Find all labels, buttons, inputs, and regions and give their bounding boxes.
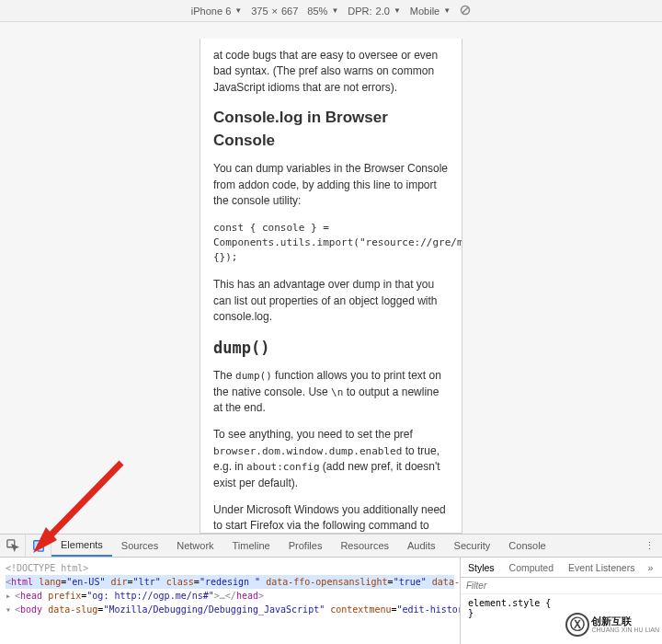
device-name: iPhone 6 — [191, 6, 231, 17]
tab-sources[interactable]: Sources — [112, 535, 167, 557]
dimension-x: × — [272, 6, 278, 17]
responsive-viewport: at code bugs that are easy to oversee or… — [0, 22, 662, 534]
tab-profiles[interactable]: Profiles — [280, 535, 332, 557]
elements-panel[interactable]: <!DOCTYPE html> <html lang="en-US" dir="… — [0, 558, 460, 644]
dpr-value: 2.0 — [376, 6, 390, 17]
device-selector[interactable]: iPhone 6 ▼ — [191, 6, 242, 17]
styles-tabs: Styles Computed Event Listeners » — [461, 558, 662, 578]
tab-timeline[interactable]: Timeline — [223, 535, 280, 557]
device-width[interactable]: 375 — [251, 6, 268, 17]
more-tabs-icon[interactable]: ⋮ — [645, 540, 655, 552]
no-throttling-icon[interactable] — [460, 5, 471, 17]
dpr-selector[interactable]: DPR: 2.0 ▼ — [348, 6, 401, 17]
chevron-down-icon: ▼ — [443, 6, 451, 15]
dom-node-body[interactable]: ▾<body data-slug="Mozilla/Debugging/Debu… — [6, 603, 454, 616]
device-toolbar: iPhone 6 ▼ 375 × 667 85% ▼ DPR: 2.0 ▼ Mo… — [0, 0, 662, 22]
svg-rect-6 — [38, 544, 43, 551]
device-frame[interactable]: at code bugs that are easy to oversee or… — [200, 39, 462, 534]
watermark: Ⓧ 创新互联 CHUANG XIN HU LIAN — [565, 613, 659, 637]
styles-filter-input[interactable] — [461, 578, 662, 593]
paragraph: This has an advantage over dump in that … — [213, 277, 449, 325]
devtools-tabs: Elements Sources Network Timeline Profil… — [51, 535, 555, 557]
tab-elements[interactable]: Elements — [51, 535, 112, 557]
paragraph: The dump() function allows you to print … — [213, 368, 449, 416]
dom-node-head[interactable]: ▸<head prefix="og: http://ogp.me/ns#">…<… — [6, 589, 454, 603]
paragraph: at code bugs that are easy to oversee or… — [213, 48, 449, 96]
dom-node-html[interactable]: <html lang="en-US" dir="ltr" class="rede… — [6, 575, 454, 589]
heading-code: dump() — [213, 337, 449, 360]
styles-tab-computed[interactable]: Computed — [502, 562, 561, 573]
heading: Console.log in Browser Console — [213, 107, 449, 152]
zoom-value: 85% — [307, 6, 327, 17]
tab-audits[interactable]: Audits — [398, 535, 445, 557]
inspect-element-icon[interactable] — [0, 535, 26, 557]
watermark-logo-icon: Ⓧ — [565, 613, 589, 637]
devtools-body: <!DOCTYPE html> <html lang="en-US" dir="… — [0, 558, 662, 644]
tab-resources[interactable]: Resources — [331, 535, 398, 557]
page-content: at code bugs that are easy to oversee or… — [200, 39, 462, 534]
styles-filter[interactable] — [461, 578, 662, 594]
toggle-device-icon[interactable] — [26, 535, 51, 557]
paragraph: To see anything, you need to set the pre… — [213, 427, 449, 491]
ua-selector[interactable]: Mobile ▼ — [410, 6, 451, 17]
paragraph: Under Microsoft Windows you additionally… — [213, 502, 449, 534]
tab-console[interactable]: Console — [499, 535, 554, 557]
ua-value: Mobile — [410, 6, 439, 17]
dpr-label: DPR: — [348, 6, 371, 17]
chevron-down-icon: ▼ — [394, 6, 401, 15]
styles-tab-events[interactable]: Event Listeners — [561, 562, 642, 573]
tab-security[interactable]: Security — [445, 535, 500, 557]
chevron-down-icon: ▼ — [234, 6, 242, 15]
device-height[interactable]: 667 — [281, 6, 298, 17]
devtools-tabbar: Elements Sources Network Timeline Profil… — [0, 534, 662, 558]
svg-line-1 — [462, 7, 468, 13]
styles-more-icon[interactable]: » — [642, 562, 658, 573]
paragraph: You can dump variables in the Browser Co… — [213, 161, 449, 209]
code-block: const { console } = Components.utils.imp… — [213, 221, 449, 265]
styles-tab-styles[interactable]: Styles — [461, 562, 502, 573]
device-dimensions: 375 × 667 — [251, 6, 298, 17]
chevron-down-icon: ▼ — [331, 6, 338, 15]
zoom-selector[interactable]: 85% ▼ — [307, 6, 338, 17]
tab-network[interactable]: Network — [167, 535, 223, 557]
